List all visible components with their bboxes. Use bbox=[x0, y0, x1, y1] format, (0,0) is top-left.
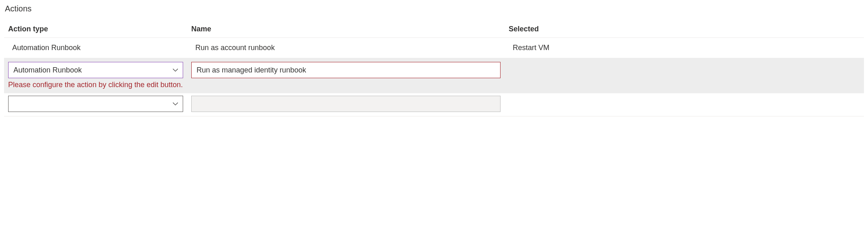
cell-action-type: Automation Runbook bbox=[8, 44, 191, 52]
header-name: Name bbox=[191, 25, 509, 33]
table-header-row: Action type Name Selected bbox=[4, 22, 864, 38]
table-row bbox=[4, 93, 864, 116]
row-inner: Automation Runbook bbox=[8, 62, 860, 78]
table-row: Automation Runbook Run as account runboo… bbox=[4, 38, 864, 58]
chevron-down-icon bbox=[172, 101, 179, 107]
action-type-dropdown[interactable] bbox=[8, 96, 183, 112]
cell-name bbox=[191, 62, 509, 78]
action-type-dropdown[interactable]: Automation Runbook bbox=[8, 62, 183, 78]
cell-selected: Restart VM bbox=[509, 44, 860, 52]
header-action-type: Action type bbox=[8, 25, 191, 33]
actions-table: Action type Name Selected Automation Run… bbox=[4, 22, 864, 116]
cell-action-type: Automation Runbook bbox=[8, 62, 191, 78]
cell-name bbox=[191, 96, 509, 112]
validation-error-message: Please configure the action by clicking … bbox=[8, 78, 860, 93]
table-row: Automation Runbook Please configure the … bbox=[4, 58, 864, 93]
section-title-actions: Actions bbox=[4, 4, 864, 13]
header-selected: Selected bbox=[509, 25, 860, 33]
dropdown-selected-text: Automation Runbook bbox=[13, 66, 82, 75]
name-input[interactable] bbox=[191, 96, 501, 112]
name-input[interactable] bbox=[191, 62, 501, 78]
cell-action-type bbox=[8, 96, 191, 112]
chevron-down-icon bbox=[172, 67, 179, 73]
cell-name: Run as account runbook bbox=[191, 44, 509, 52]
